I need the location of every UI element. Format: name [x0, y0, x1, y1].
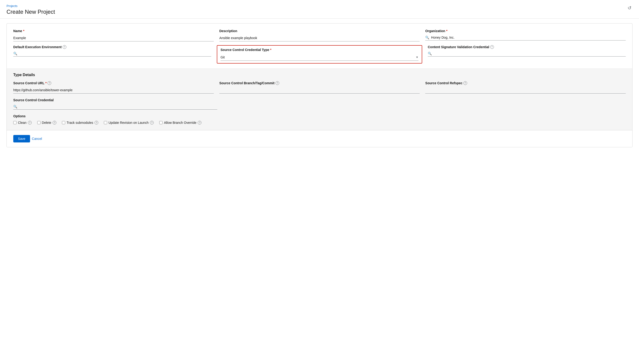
delete-help-icon[interactable]: ?	[53, 121, 56, 124]
allow-branch-override-help-icon[interactable]: ?	[198, 121, 201, 124]
content-signature-search-wrapper: 🔍	[428, 51, 626, 56]
name-required-star: *	[23, 29, 24, 33]
form-card: Name * Description Organization * 🔍	[7, 23, 632, 147]
organization-search-wrapper: 🔍	[425, 35, 626, 40]
allow-branch-override-option: Allow Branch Override ?	[159, 121, 201, 124]
source-control-branch-group: Source Control Branch/Tag/Commit ?	[219, 81, 420, 94]
description-input[interactable]	[219, 35, 420, 42]
source-control-type-select[interactable]: Git Manual SVN Insights Remote Archive	[221, 56, 416, 59]
name-label: Name *	[13, 29, 214, 33]
source-control-refspec-label: Source Control Refspec ?	[425, 81, 626, 85]
org-required-star: *	[446, 29, 447, 33]
cancel-button[interactable]: Cancel	[31, 135, 43, 142]
source-control-url-input[interactable]	[13, 87, 214, 94]
default-exec-env-help-icon[interactable]: ?	[63, 45, 66, 49]
organization-search-icon: 🔍	[425, 36, 429, 39]
source-control-branch-label: Source Control Branch/Tag/Commit ?	[219, 81, 420, 85]
branch-help-icon[interactable]: ?	[276, 81, 279, 85]
source-control-type-group: Source Control Credential Type * Git Man…	[217, 45, 422, 64]
allow-branch-override-checkbox[interactable]	[159, 121, 163, 124]
delete-checkbox[interactable]	[37, 121, 41, 124]
source-control-type-label: Source Control Credential Type *	[221, 48, 418, 52]
default-exec-env-input[interactable]	[19, 52, 211, 56]
source-control-type-required-star: *	[270, 48, 271, 52]
source-control-refspec-input[interactable]	[425, 87, 626, 94]
delete-label: Delete	[42, 121, 51, 124]
type-details-title: Type Details	[13, 73, 626, 77]
clean-checkbox[interactable]	[13, 121, 17, 124]
options-row: Clean ? Delete ? Track submodules ?	[13, 121, 626, 124]
default-exec-env-label: Default Execution Environment ?	[13, 45, 211, 49]
refspec-help-icon[interactable]: ?	[463, 81, 467, 85]
organization-label: Organization *	[425, 29, 626, 33]
credential-row: Source Control Credential 🔍	[13, 98, 217, 110]
source-control-type-chevron-icon: ▼	[416, 56, 418, 59]
page-title: Create New Project	[7, 8, 55, 15]
top-fields-section: Name * Description Organization * 🔍	[7, 24, 632, 43]
update-revision-checkbox[interactable]	[104, 121, 107, 124]
content-signature-search-icon: 🔍	[428, 52, 432, 56]
source-control-credential-search-wrapper: 🔍	[13, 104, 217, 110]
url-branch-refspec-row: Source Control URL * ? Source Control Br…	[13, 81, 626, 94]
source-control-credential-label: Source Control Credential	[13, 98, 217, 102]
history-icon[interactable]: ↺	[627, 4, 632, 12]
source-control-credential-group: Source Control Credential 🔍	[13, 98, 217, 110]
source-control-credential-input[interactable]	[19, 105, 217, 108]
save-button[interactable]: Save	[13, 135, 30, 142]
clean-option: Clean ?	[13, 121, 32, 124]
track-submodules-checkbox[interactable]	[62, 121, 65, 124]
name-input[interactable]	[13, 35, 214, 42]
content-signature-input[interactable]	[434, 52, 626, 56]
source-control-credential-search-icon: 🔍	[13, 105, 17, 108]
update-revision-label: Update Revision on Launch	[109, 121, 149, 124]
clean-label: Clean	[18, 121, 27, 124]
default-exec-env-group: Default Execution Environment ? 🔍	[13, 45, 211, 64]
track-submodules-option: Track submodules ?	[62, 121, 98, 124]
source-control-url-group: Source Control URL * ?	[13, 81, 214, 94]
description-group: Description	[219, 29, 420, 42]
organization-group: Organization * 🔍	[425, 29, 626, 42]
type-details-section: Type Details Source Control URL * ? Sour…	[7, 68, 632, 130]
options-section: Options Clean ? Delete ? Track submodu	[13, 114, 626, 124]
breadcrumb[interactable]: Projects	[7, 4, 55, 8]
update-revision-help-icon[interactable]: ?	[150, 121, 154, 124]
allow-branch-override-label: Allow Branch Override	[164, 121, 196, 124]
clean-help-icon[interactable]: ?	[28, 121, 32, 124]
source-control-refspec-group: Source Control Refspec ?	[425, 81, 626, 94]
url-required-star: *	[46, 81, 47, 85]
organization-input[interactable]	[431, 36, 626, 39]
default-exec-env-search-wrapper: 🔍	[13, 51, 211, 56]
options-title: Options	[13, 114, 626, 118]
source-control-branch-input[interactable]	[219, 87, 420, 94]
content-signature-label: Content Signature Validation Credential …	[428, 45, 626, 49]
url-help-icon[interactable]: ?	[48, 81, 51, 85]
source-control-url-label: Source Control URL * ?	[13, 81, 214, 85]
default-exec-env-search-icon: 🔍	[13, 52, 17, 56]
content-signature-help-icon[interactable]: ?	[490, 45, 494, 49]
name-group: Name *	[13, 29, 214, 42]
delete-option: Delete ?	[37, 121, 56, 124]
track-submodules-help-icon[interactable]: ?	[95, 121, 98, 124]
footer-actions: Save Cancel	[7, 130, 632, 147]
description-label: Description	[219, 29, 420, 33]
content-signature-group: Content Signature Validation Credential …	[428, 45, 626, 64]
track-submodules-label: Track submodules	[67, 121, 93, 124]
source-control-type-select-wrapper: Git Manual SVN Insights Remote Archive ▼	[221, 54, 418, 61]
page-header: Projects Create New Project ↺	[0, 0, 639, 18]
update-revision-option: Update Revision on Launch ?	[104, 121, 154, 124]
second-fields-section: Default Execution Environment ? 🔍 Source…	[7, 43, 632, 68]
